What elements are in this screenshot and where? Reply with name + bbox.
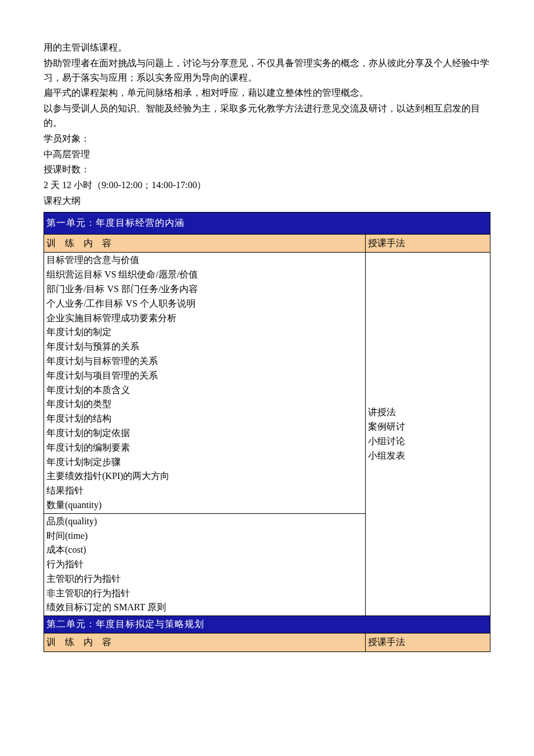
content-line: 企业实施目标管理成功要素分析 [46, 311, 363, 326]
hours-label: 授课时数： [44, 163, 490, 177]
content-line: 年度计划与目标管理的关系 [46, 354, 363, 369]
content-line: 目标管理的含意与价值 [46, 253, 363, 268]
content-line: 年度计划的制定依据 [46, 426, 363, 441]
content-line: 年度计划的本质含义 [46, 383, 363, 398]
method-line: 小组发表 [368, 449, 488, 463]
intro-block: 用的主管训练课程。 协助管理者在面对挑战与问题上，讨论与分享意见，不仅具备管理实… [44, 41, 490, 208]
intro-line-3: 扁平式的课程架构，单元间脉络相承，相对呼应，藉以建立整体性的管理概念。 [44, 86, 490, 100]
content-line: 年度计划制定步骤 [46, 455, 363, 470]
intro-line-4: 以参与受训人员的知识、智能及经验为主，采取多元化教学方法进行意见交流及研讨，以达… [44, 102, 490, 131]
content-line: 年度计划与项目管理的关系 [46, 369, 363, 383]
content-line: 结果指针 [46, 484, 363, 498]
unit1-content-a: 目标管理的含意与价值 组织营运目标 VS 组织使命/愿景/价值 部门业务/目标 … [44, 253, 366, 513]
content-line: 行为指针 [46, 557, 363, 572]
content-line: 主管职的行为指针 [46, 572, 363, 586]
content-line: 非主管职的行为指针 [46, 586, 363, 601]
col-header-method-2: 授课手法 [365, 633, 490, 652]
intro-line-2: 协助管理者在面对挑战与问题上，讨论与分享意见，不仅具备管理实务的概念，亦从彼此分… [44, 56, 490, 85]
content-line: 组织营运目标 VS 组织使命/愿景/价值 [46, 268, 363, 282]
intro-line-1: 用的主管训练课程。 [44, 41, 490, 55]
content-line: 绩效目标订定的 SMART 原则 [46, 600, 363, 615]
unit1-title: 第一单元：年度目标经营的内涵 [44, 212, 490, 234]
unit1-methods: 讲授法 案例研讨 小组讨论 小组发表 [365, 253, 490, 616]
col-header-content: 训 练 内 容 [44, 234, 366, 253]
unit1-content-b: 品质(quality) 时间(time) 成本(cost) 行为指针 主管职的行… [44, 513, 366, 616]
content-line: 成本(cost) [46, 543, 363, 557]
content-line: 年度计划的编制要素 [46, 441, 363, 455]
hours-value: 2 天 12 小时（9:00-12:00；14:00-17:00） [44, 178, 490, 193]
method-line: 小组讨论 [368, 434, 488, 449]
content-line: 年度计划的类型 [46, 397, 363, 412]
content-line: 个人业务/工作目标 VS 个人职务说明 [46, 297, 363, 311]
content-line: 主要绩效指针(KPI)的两大方向 [46, 469, 363, 484]
content-line: 部门业务/目标 VS 部门任务/业务内容 [46, 282, 363, 297]
content-line: 数量(quantity) [46, 498, 363, 513]
col-header-method: 授课手法 [365, 234, 490, 253]
col-header-content-text-2: 训 练 内 容 [46, 637, 111, 647]
col-header-content-2: 训 练 内 容 [44, 633, 366, 652]
method-line: 讲授法 [368, 405, 488, 420]
content-line: 时间(time) [46, 529, 363, 543]
content-line: 品质(quality) [46, 514, 363, 529]
audience-label: 学员对象： [44, 132, 490, 146]
method-line: 案例研讨 [368, 420, 488, 434]
content-line: 年度计划的制定 [46, 325, 363, 340]
col-header-content-text: 训 练 内 容 [46, 238, 111, 248]
content-line: 年度计划的结构 [46, 412, 363, 426]
course-outline-table: 第一单元：年度目标经营的内涵 训 练 内 容 授课手法 目标管理的含意与价值 组… [44, 212, 490, 652]
audience-value: 中高层管理 [44, 147, 490, 162]
outline-label: 课程大纲 [44, 194, 490, 208]
content-line: 年度计划与预算的关系 [46, 340, 363, 354]
unit2-title: 第二单元：年度目标拟定与策略规划 [44, 616, 490, 633]
